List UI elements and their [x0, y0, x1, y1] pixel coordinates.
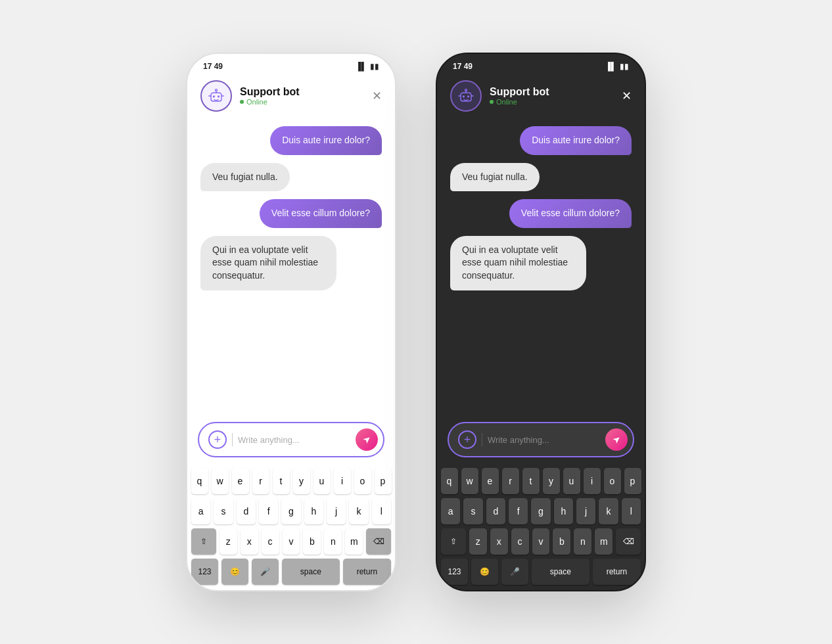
- status-label-dark: Online: [496, 98, 517, 106]
- key-123-light[interactable]: 123: [191, 559, 218, 585]
- key-return-light[interactable]: return: [343, 559, 391, 585]
- bot-status-dark: Online: [490, 98, 614, 106]
- input-bar-light[interactable]: + Write anything... ➤: [198, 422, 384, 457]
- status-icons-dark: ▐▌ ▮▮: [605, 62, 629, 71]
- key-o-light[interactable]: o: [354, 468, 371, 494]
- key-shift-light[interactable]: ⇧: [191, 528, 216, 555]
- key-z-light[interactable]: z: [220, 528, 237, 555]
- message-3-dark: Velit esse cillum dolore?: [509, 199, 632, 228]
- key-y-light[interactable]: y: [293, 468, 310, 494]
- status-bar-light: 17 49 ▐▌ ▮▮: [187, 54, 395, 75]
- key-i-light[interactable]: i: [334, 468, 351, 494]
- key-x-dark[interactable]: x: [490, 528, 508, 555]
- key-k-light[interactable]: k: [349, 498, 368, 524]
- key-shift-dark[interactable]: ⇧: [441, 528, 466, 555]
- key-e-light[interactable]: e: [232, 468, 249, 494]
- send-button-light[interactable]: ➤: [356, 428, 378, 451]
- chat-area-dark: Duis aute irure dolor? Veu fugiat nulla.…: [437, 120, 645, 422]
- key-h-dark[interactable]: h: [554, 498, 573, 524]
- bot-status-light: Online: [240, 98, 364, 106]
- key-123-dark[interactable]: 123: [441, 559, 468, 585]
- key-space-light[interactable]: space: [282, 559, 340, 585]
- kb-row4-light: 123 😊 🎤 space return: [191, 559, 391, 585]
- key-o-dark[interactable]: o: [604, 468, 621, 494]
- kb-row3-light: ⇧ z x c v b n m ⌫: [191, 528, 391, 555]
- key-t-light[interactable]: t: [273, 468, 290, 494]
- close-button-dark[interactable]: ✕: [622, 89, 632, 103]
- input-divider-dark: [482, 433, 482, 446]
- key-w-light[interactable]: w: [212, 468, 229, 494]
- key-return-dark[interactable]: return: [593, 559, 641, 585]
- key-y-dark[interactable]: y: [543, 468, 560, 494]
- input-placeholder-light[interactable]: Write anything...: [238, 435, 350, 445]
- key-b-light[interactable]: b: [303, 528, 321, 555]
- key-u-light[interactable]: u: [313, 468, 331, 494]
- key-i-dark[interactable]: i: [584, 468, 601, 494]
- key-space-dark[interactable]: space: [532, 559, 589, 585]
- key-g-light[interactable]: g: [281, 498, 300, 524]
- send-icon-dark: ➤: [610, 432, 622, 446]
- key-v-dark[interactable]: v: [532, 528, 550, 555]
- key-c-light[interactable]: c: [262, 528, 279, 555]
- key-a-light[interactable]: a: [191, 498, 210, 524]
- key-r-light[interactable]: r: [252, 468, 269, 494]
- key-x-light[interactable]: x: [241, 528, 258, 555]
- key-d-light[interactable]: d: [237, 498, 256, 524]
- plus-button-light[interactable]: +: [208, 430, 227, 449]
- key-a-dark[interactable]: a: [441, 498, 460, 524]
- key-emoji-light[interactable]: 😊: [221, 559, 248, 585]
- key-s-dark[interactable]: s: [463, 498, 482, 524]
- key-k-dark[interactable]: k: [599, 498, 618, 524]
- svg-point-1: [213, 95, 215, 97]
- key-l-light[interactable]: l: [372, 498, 391, 524]
- kb-row2-light: a s d f g h j k l: [191, 498, 391, 524]
- input-placeholder-dark[interactable]: Write anything...: [488, 435, 600, 445]
- close-button-light[interactable]: ✕: [372, 89, 382, 103]
- key-j-dark[interactable]: j: [576, 498, 595, 524]
- key-p-dark[interactable]: p: [624, 468, 641, 494]
- key-b-dark[interactable]: b: [553, 528, 570, 555]
- key-q-light[interactable]: q: [191, 468, 208, 494]
- status-label-light: Online: [246, 98, 267, 106]
- key-z-dark[interactable]: z: [469, 528, 487, 555]
- svg-rect-7: [461, 93, 471, 101]
- signal-icon-dark: ▐▌: [605, 62, 616, 71]
- key-u-dark[interactable]: u: [563, 468, 580, 494]
- key-h-light[interactable]: h: [304, 498, 323, 524]
- key-emoji-dark[interactable]: 😊: [471, 559, 498, 585]
- key-l-dark[interactable]: l: [622, 498, 641, 524]
- key-g-dark[interactable]: g: [531, 498, 550, 524]
- key-n-dark[interactable]: n: [574, 528, 591, 555]
- key-m-dark[interactable]: m: [595, 528, 612, 555]
- input-bar-dark[interactable]: + Write anything... ➤: [448, 422, 634, 457]
- key-w-dark[interactable]: w: [461, 468, 478, 494]
- key-d-dark[interactable]: d: [486, 498, 505, 524]
- key-s-light[interactable]: s: [214, 498, 233, 524]
- key-c-dark[interactable]: c: [511, 528, 529, 555]
- status-time-dark: 17 49: [453, 62, 473, 71]
- key-n-light[interactable]: n: [324, 528, 342, 555]
- key-p-light[interactable]: p: [375, 468, 392, 494]
- key-r-dark[interactable]: r: [502, 468, 519, 494]
- bot-info-dark: Support bot Online: [490, 86, 614, 106]
- key-m-light[interactable]: m: [345, 528, 363, 555]
- key-f-dark[interactable]: f: [509, 498, 528, 524]
- key-mic-light[interactable]: 🎤: [252, 559, 279, 585]
- key-v-light[interactable]: v: [283, 528, 300, 555]
- key-j-light[interactable]: j: [327, 498, 346, 524]
- key-e-dark[interactable]: e: [482, 468, 499, 494]
- input-divider-light: [232, 433, 233, 446]
- keyboard-dark: q w e r t y u i o p a s d f g h j k l: [437, 464, 645, 590]
- key-backspace-light[interactable]: ⌫: [366, 528, 391, 555]
- message-4-light: Qui in ea voluptate velit esse quam nihi…: [200, 236, 336, 290]
- battery-icon-dark: ▮▮: [620, 62, 629, 71]
- svg-point-2: [218, 95, 220, 97]
- key-backspace-dark[interactable]: ⌫: [616, 528, 641, 555]
- key-f-light[interactable]: f: [259, 498, 278, 524]
- key-t-dark[interactable]: t: [522, 468, 540, 494]
- plus-button-dark[interactable]: +: [458, 430, 476, 449]
- key-mic-dark[interactable]: 🎤: [501, 559, 528, 585]
- bot-avatar-dark: [450, 80, 482, 112]
- send-button-dark[interactable]: ➤: [605, 428, 628, 451]
- key-q-dark[interactable]: q: [441, 468, 458, 494]
